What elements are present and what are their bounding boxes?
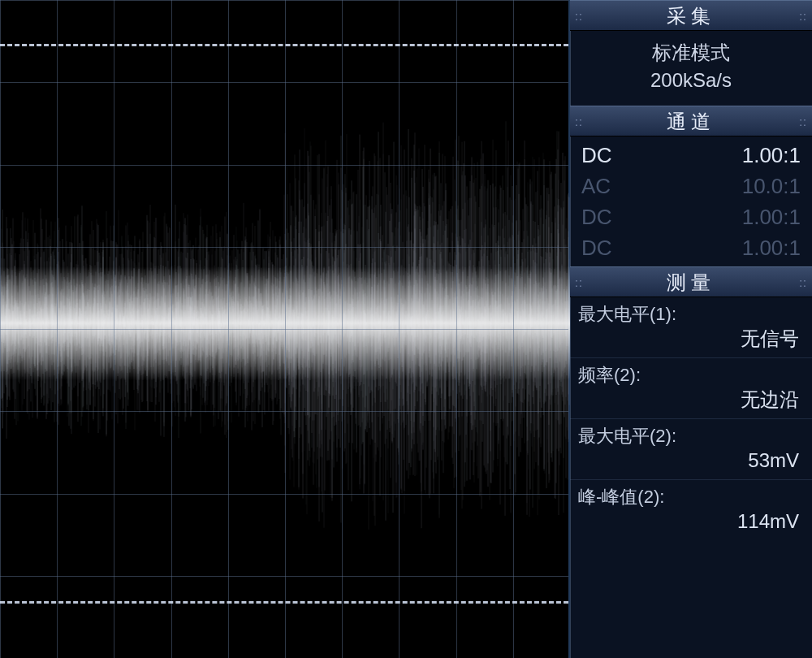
measure-item-3[interactable]: 最大电平(2):53mV [570, 418, 812, 479]
measure-header[interactable]: 测量 [570, 266, 812, 297]
acquisition-mode: 标准模式 [570, 39, 812, 67]
info-sidebar: 采集 标准模式 200kSa/s 通道 DC1.00:1AC10.0:1DC1.… [570, 0, 812, 658]
channel-title: 通道 [667, 110, 715, 132]
channel-row-4[interactable]: DC1.00:1 [570, 232, 812, 263]
measure-value: 无信号 [578, 327, 804, 351]
channel-row-1[interactable]: DC1.00:1 [570, 140, 812, 171]
channel-name: DC [581, 203, 612, 231]
measure-label: 最大电平(1): [578, 302, 804, 327]
cursor-line-top[interactable] [0, 44, 568, 46]
channel-name: DC [581, 141, 612, 169]
channel-ratio: 1.00:1 [742, 203, 801, 231]
channel-name: AC [581, 172, 611, 200]
measure-item-2[interactable]: 频率(2):无边沿 [570, 357, 812, 418]
acquisition-panel: 标准模式 200kSa/s [570, 31, 812, 106]
channel-name: DC [581, 234, 612, 262]
measure-label: 峰-峰值(2): [578, 485, 804, 509]
cursor-line-bottom[interactable] [0, 601, 568, 604]
measure-value: 无边沿 [578, 387, 804, 412]
channel-ratio: 1.00:1 [742, 234, 801, 262]
channel-ratio: 1.00:1 [742, 141, 801, 169]
oscilloscope-screen: 采集 标准模式 200kSa/s 通道 DC1.00:1AC10.0:1DC1.… [0, 0, 812, 658]
channel-header[interactable]: 通道 [570, 106, 812, 136]
measure-label: 最大电平(2): [578, 424, 804, 448]
acquisition-rate: 200kSa/s [570, 67, 812, 94]
waveform-display[interactable] [0, 0, 570, 658]
channel-panel: DC1.00:1AC10.0:1DC1.00:1DC1.00:1 [570, 136, 812, 266]
acquisition-title: 采集 [667, 5, 715, 27]
measure-item-4[interactable]: 峰-峰值(2):114mV [570, 479, 812, 540]
acquisition-header[interactable]: 采集 [570, 0, 812, 31]
grid-overlay [0, 0, 568, 658]
measure-value: 53mV [578, 448, 804, 473]
channel-ratio: 10.0:1 [742, 172, 801, 200]
measure-value: 114mV [578, 509, 804, 534]
channel-row-3[interactable]: DC1.00:1 [570, 201, 812, 232]
measure-label: 频率(2): [578, 363, 804, 387]
measure-title: 测量 [667, 271, 715, 293]
measure-panel: 最大电平(1):无信号频率(2):无边沿最大电平(2):53mV峰-峰值(2):… [570, 297, 812, 658]
measure-item-1[interactable]: 最大电平(1):无信号 [570, 297, 812, 357]
channel-row-2[interactable]: AC10.0:1 [570, 171, 812, 201]
